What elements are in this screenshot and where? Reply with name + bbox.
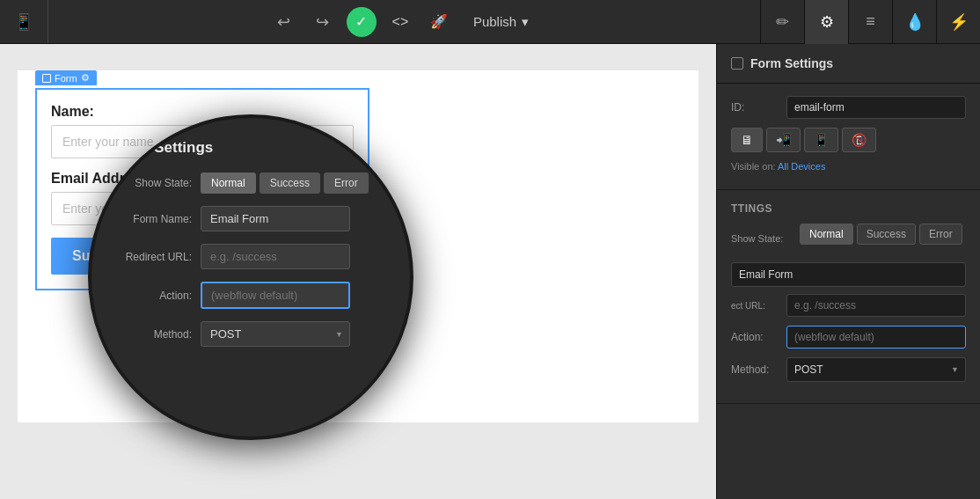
redirect-input[interactable]: [786, 294, 966, 317]
tablet-small-device-btn[interactable]: 📱: [804, 128, 838, 152]
magnify-show-state-label: Show State:: [113, 177, 192, 189]
magnify-error-btn[interactable]: Error: [324, 172, 369, 194]
toolbar-center: ↩ ↪ ✓ <> 🚀 Publish ▾: [48, 7, 760, 37]
magnify-action-label: Action:: [113, 290, 192, 302]
visible-label: Visible on:: [731, 161, 776, 172]
error-state-btn[interactable]: Error: [919, 224, 962, 245]
action-label: Action:: [731, 331, 779, 343]
magnify-redirect-input[interactable]: [201, 244, 350, 269]
form-name-input[interactable]: [731, 262, 966, 287]
visible-on-row: Visible on: All Devices: [731, 161, 966, 172]
method-select[interactable]: POST GET: [786, 357, 966, 382]
normal-state-btn[interactable]: Normal: [800, 224, 853, 245]
action-input[interactable]: [786, 326, 966, 349]
id-section: ID: 🖥 📲 📱 📵 Visible on: All Devices: [717, 84, 980, 190]
magnify-method-label: Method:: [113, 328, 192, 341]
mobile-device-btn[interactable]: 📵: [842, 128, 876, 152]
main-area: Form ⚙ Name: Enter your name Email Addre…: [0, 44, 980, 499]
form-label: Form: [55, 73, 77, 84]
toolbar-left: 📱: [0, 0, 48, 43]
mobile-icon[interactable]: 📱: [11, 9, 37, 35]
canvas: Form ⚙ Name: Enter your name Email Addre…: [0, 44, 716, 499]
method-row: Method: POST GET: [731, 357, 966, 382]
publish-button[interactable]: Publish ▾: [463, 9, 539, 35]
redirect-label: ect URL:: [731, 301, 779, 311]
interaction-icon[interactable]: ⚡: [936, 0, 980, 44]
form-gear-icon[interactable]: ⚙: [81, 72, 90, 84]
magnify-success-btn[interactable]: Success: [260, 172, 320, 194]
name-placeholder: Enter your name: [62, 135, 154, 149]
magnify-method-row: Method: POST GET: [113, 321, 389, 347]
undo-button[interactable]: ↩: [269, 7, 299, 37]
device-buttons: 🖥 📲 📱 📵: [731, 128, 966, 152]
method-select-wrapper: POST GET: [786, 357, 966, 382]
style-icon[interactable]: 💧: [892, 0, 936, 44]
magnify-action-input[interactable]: [201, 282, 350, 309]
id-row: ID:: [731, 96, 966, 119]
toolbar: 📱 ↩ ↪ ✓ <> 🚀 Publish ▾ ✏ ⚙ ≡ 💧 ⚡: [0, 0, 980, 44]
method-label: Method:: [731, 363, 779, 376]
magnify-state-buttons: Normal Success Error: [201, 172, 369, 194]
layout-icon[interactable]: ≡: [848, 0, 892, 44]
chevron-down-icon: ▾: [522, 14, 529, 30]
settings-section: ttings Show State: Normal Success Error …: [717, 190, 980, 404]
success-state-btn[interactable]: Success: [857, 224, 916, 245]
form-label-bar: Form ⚙: [35, 70, 97, 85]
right-panel: Form Settings ID: 🖥 📲 📱 📵 Visible on: Al…: [716, 44, 980, 499]
publish-label: Publish: [473, 14, 516, 29]
pen-tool-icon[interactable]: ✏: [760, 0, 804, 44]
magnify-form-name-row: Form Name:: [113, 206, 389, 231]
magnify-form-name-label: Form Name:: [113, 213, 192, 225]
state-buttons: Normal Success Error: [800, 224, 962, 245]
show-state-row: Show State: Normal Success Error: [731, 224, 966, 253]
settings-title: ttings: [731, 202, 966, 215]
show-state-label: Show State:: [731, 233, 793, 244]
id-label: ID:: [731, 101, 779, 114]
panel-header: Form Settings: [717, 44, 980, 84]
visible-value: All Devices: [778, 161, 825, 172]
check-button[interactable]: ✓: [347, 7, 377, 37]
magnify-redirect-label: Redirect URL:: [113, 251, 192, 263]
rocket-icon[interactable]: 🚀: [424, 7, 454, 37]
tablet-device-btn[interactable]: 📲: [766, 128, 801, 152]
form-checkbox-icon: [42, 74, 51, 83]
gear-settings-icon[interactable]: ⚙: [804, 0, 848, 44]
magnify-form-name-input[interactable]: [201, 206, 350, 231]
magnify-action-row: Action:: [113, 282, 389, 309]
name-field-label: Name:: [51, 104, 354, 120]
magnify-overlay: Form Settings Show State: Normal Success…: [88, 114, 413, 440]
redo-button[interactable]: ↪: [308, 7, 338, 37]
id-input[interactable]: [786, 96, 966, 119]
toolbar-right: ✏ ⚙ ≡ 💧 ⚡: [760, 0, 980, 43]
magnify-normal-btn[interactable]: Normal: [201, 172, 256, 194]
magnify-redirect-row: Redirect URL:: [113, 244, 389, 269]
action-row: Action:: [731, 326, 966, 349]
panel-title: Form Settings: [750, 56, 833, 70]
magnify-method-select[interactable]: POST GET: [201, 321, 350, 347]
desktop-device-btn[interactable]: 🖥: [731, 128, 763, 152]
redirect-row: ect URL:: [731, 294, 966, 317]
code-button[interactable]: <>: [385, 7, 415, 37]
magnify-method-select-wrapper: POST GET: [201, 321, 350, 347]
panel-checkbox-icon: [731, 57, 743, 70]
magnify-show-state-row: Show State: Normal Success Error: [113, 172, 389, 194]
